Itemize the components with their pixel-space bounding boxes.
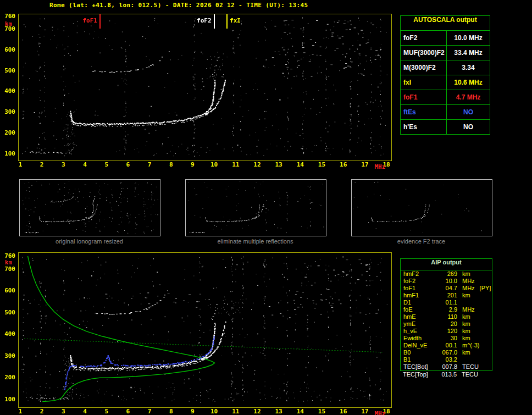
row-unit: km <box>462 335 470 342</box>
y-axis-tick: 200 <box>1 374 15 381</box>
marker-label-foF1: foF1 <box>73 17 97 24</box>
row-label: foF1 <box>403 285 436 292</box>
row-value: 20 <box>436 320 457 328</box>
x-axis-unit-label: MHz <box>374 410 385 415</box>
x-axis-tick: 16 <box>338 161 349 168</box>
x-axis-tick: 13 <box>273 161 284 168</box>
x-axis-tick: 8 <box>165 408 176 415</box>
y-axis-tick: 600 <box>1 46 15 53</box>
row-label: M(3000)F2 <box>401 60 447 75</box>
x-axis-tick: 15 <box>316 408 327 415</box>
y-axis-tick: 760 <box>1 13 15 20</box>
row-unit: TECU <box>462 363 479 370</box>
autoscala-table-body: foF210.0 MHzMUF(3000)F233.4 MHzM(3000)F2… <box>401 31 490 134</box>
row-label: foE <box>403 306 436 313</box>
x-axis-tick: 14 <box>295 161 306 168</box>
y-axis-tick: 200 <box>1 129 15 136</box>
marker-line-foF1 <box>99 14 101 29</box>
row-unit: km <box>462 349 470 356</box>
marker-line-foF2 <box>214 14 215 29</box>
ionogram-aip-chart <box>18 252 392 408</box>
table-row: foE2.9MHz <box>401 306 492 313</box>
marker-label-foF2: foF2 <box>187 17 212 24</box>
row-value: 33.4 MHz <box>447 46 490 60</box>
aip-table-header: AIP output <box>401 259 492 270</box>
y-axis-unit-label: km <box>5 259 12 266</box>
row-note: [PY] <box>480 285 491 292</box>
table-row: hmF1201km <box>401 292 492 299</box>
row-label: hmF2 <box>403 270 436 278</box>
x-axis-tick: 6 <box>123 408 134 415</box>
panel-caption-evidence: evidence F2 trace <box>351 238 491 245</box>
x-axis-tick: 15 <box>316 161 327 168</box>
table-row: foF14.7 MHz <box>401 90 490 105</box>
x-axis-tick: 3 <box>58 408 69 415</box>
y-axis-tick: 500 <box>1 67 15 74</box>
x-axis-tick: 1 <box>15 161 26 168</box>
panel-evidence-f2 <box>351 179 492 236</box>
row-value: 007.8 <box>436 363 457 370</box>
x-axis-tick: 7 <box>144 408 155 415</box>
row-value: 10.0 MHz <box>447 31 490 45</box>
row-label: ymE <box>403 320 436 328</box>
row-unit: m^(-3) <box>462 342 479 349</box>
panel-eliminate-reflections <box>185 179 326 236</box>
y-axis-tick: 100 <box>1 150 15 157</box>
row-label: MUF(3000)F2 <box>401 46 447 60</box>
row-unit: MHz <box>462 306 475 313</box>
row-value: 269 <box>436 270 457 278</box>
row-value: 00.1 <box>436 342 457 349</box>
aip-output-table: AIP output hmF2269kmfoF210.0MHzfoF104.7M… <box>400 258 492 378</box>
row-value: 110 <box>436 313 457 320</box>
x-axis-tick: 14 <box>295 408 306 415</box>
table-row: hmE110km <box>401 313 492 320</box>
row-label: h_vE <box>403 328 436 335</box>
marker-line-fxI <box>226 14 228 29</box>
row-label: foF2 <box>403 278 436 285</box>
row-value: 201 <box>436 292 457 299</box>
row-label: TEC[Bot] <box>403 363 436 370</box>
x-axis-tick: 1 <box>15 408 26 415</box>
panel-original-canvas <box>20 180 159 235</box>
panel-eliminate-canvas <box>186 180 325 235</box>
y-axis-tick: 300 <box>1 352 15 359</box>
x-axis-tick: 9 <box>187 408 198 415</box>
panel-caption-original: original ionogram resized <box>19 238 159 245</box>
row-value: 067.0 <box>436 349 457 356</box>
x-axis-tick: 2 <box>36 161 47 168</box>
row-label: Ewidth <box>403 335 436 342</box>
panel-original-ionogram <box>19 179 160 236</box>
table-row: foF104.7MHz[PY] <box>401 285 492 292</box>
y-axis-tick: 400 <box>1 87 15 95</box>
y-axis-tick: 300 <box>1 108 15 115</box>
x-axis-tick: 12 <box>252 161 263 168</box>
row-label: h'Es <box>401 120 447 134</box>
row-value: 10.6 MHz <box>447 75 490 90</box>
panel-evidence-canvas <box>352 180 491 235</box>
table-row: ymE20km <box>401 320 492 328</box>
x-axis-tick: 16 <box>338 408 349 415</box>
x-axis-tick: 7 <box>144 161 155 168</box>
y-axis-unit-label: km <box>5 20 12 27</box>
panel-caption-eliminate: eliminate multiple reflections <box>185 238 325 245</box>
row-label: DelN_vE <box>403 342 436 349</box>
aip-table-body: hmF2269kmfoF210.0MHzfoF104.7MHz[PY]hmF12… <box>401 270 492 370</box>
row-label: hmF1 <box>403 292 436 299</box>
x-axis-tick: 5 <box>101 161 112 168</box>
page-title: Rome (lat: +41.8, lon: 012.5) - DATE: 20… <box>49 2 308 9</box>
row-unit: km <box>462 320 470 328</box>
row-value: 01.1 <box>436 299 457 306</box>
table-row: fxI10.6 MHz <box>401 75 490 90</box>
x-axis-tick: 11 <box>230 161 241 168</box>
x-axis-unit-label: MHz <box>374 163 385 170</box>
row-label: TEC[Top] <box>403 371 436 378</box>
table-row: M(3000)F23.34 <box>401 60 490 75</box>
row-value: NO <box>447 120 490 134</box>
table-row: ftEsNO <box>401 105 490 120</box>
table-row: hmF2269km <box>401 270 492 278</box>
ionogram-main-canvas <box>19 14 390 159</box>
table-row: foF210.0 MHz <box>401 31 490 46</box>
x-axis-tick: 2 <box>36 408 47 415</box>
row-label: foF2 <box>401 31 447 45</box>
x-axis-tick: 11 <box>230 408 241 415</box>
